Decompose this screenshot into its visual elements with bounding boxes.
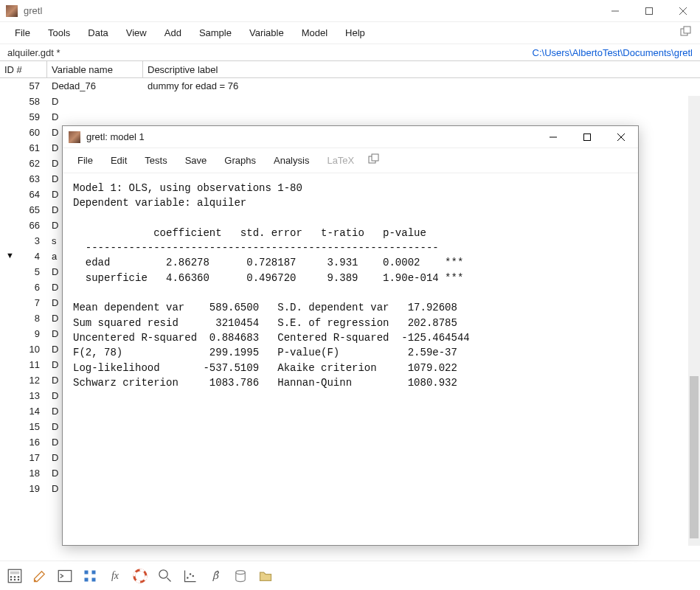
variable-row[interactable]: 57Dedad_76dummy for edad = 76	[0, 78, 693, 94]
maximize-icon	[583, 133, 591, 141]
model-minimize-button[interactable]	[536, 126, 570, 148]
edit-icon[interactable]	[32, 569, 47, 583]
row-id: 10	[0, 344, 47, 355]
svg-point-8	[10, 578, 13, 580]
svg-point-16	[134, 569, 146, 581]
header-lab[interactable]: Descriptive label	[143, 61, 700, 77]
scrollbar[interactable]	[688, 96, 700, 546]
row-id: 15	[0, 421, 47, 432]
close-icon	[617, 133, 625, 141]
maximize-button[interactable]	[632, 0, 666, 22]
row-variable-name: D	[47, 111, 143, 122]
app-title: gretl	[24, 5, 598, 16]
svg-point-9	[14, 578, 16, 580]
model-menu-graphs[interactable]: Graphs	[217, 152, 263, 169]
row-id: 57	[0, 80, 47, 91]
row-id: 59	[0, 111, 47, 122]
row-id: 13	[0, 390, 47, 401]
menu-model[interactable]: Model	[294, 24, 335, 41]
menu-sample[interactable]: Sample	[192, 24, 239, 41]
model-menu-edit[interactable]: Edit	[103, 152, 134, 169]
svg-point-5	[10, 576, 13, 578]
row-id: 65	[0, 204, 47, 215]
svg-point-21	[193, 575, 195, 577]
row-id: 17	[0, 452, 47, 463]
row-variable-name: D	[47, 96, 143, 107]
console-icon[interactable]	[58, 569, 72, 583]
row-id: 11	[0, 359, 47, 370]
row-id: 4	[0, 251, 47, 262]
row-label: dummy for edad = 76	[143, 80, 693, 91]
header-id[interactable]: ID #	[0, 61, 47, 77]
bottom-toolbar: fx β̂	[0, 560, 700, 590]
model-menu-file[interactable]: File	[70, 152, 100, 169]
menu-variable[interactable]: Variable	[242, 24, 291, 41]
svg-rect-4	[10, 571, 20, 574]
row-id: 5	[0, 266, 47, 277]
scrollbar-thumb[interactable]	[690, 376, 699, 538]
folder-icon[interactable]	[258, 569, 273, 583]
model-menu-analysis[interactable]: Analysis	[266, 152, 316, 169]
minimize-icon	[550, 133, 557, 141]
variable-row[interactable]: 58D	[0, 94, 693, 109]
calculator-icon[interactable]	[7, 569, 22, 583]
svg-rect-12	[85, 570, 89, 574]
menu-data[interactable]: Data	[80, 24, 115, 41]
row-id: 12	[0, 375, 47, 386]
row-id: 61	[0, 142, 47, 153]
fx-icon[interactable]: fx	[108, 569, 122, 583]
svg-point-6	[14, 576, 16, 578]
main-menubar: File Tools Data View Add Sample Variable…	[0, 22, 700, 44]
windows-icon[interactable]	[679, 25, 693, 41]
row-id: 16	[0, 437, 47, 448]
model-windows-icon[interactable]	[367, 153, 381, 168]
model-menu-tests[interactable]: Tests	[137, 152, 174, 169]
model-maximize-button[interactable]	[570, 126, 604, 148]
row-id: 19	[0, 483, 47, 494]
row-id: 6	[0, 282, 47, 293]
svg-rect-14	[85, 577, 89, 581]
row-id: 7	[0, 297, 47, 308]
plot-icon[interactable]	[183, 569, 198, 583]
model-window: gretl: model 1 File Edit Tests Save Grap…	[62, 125, 639, 546]
svg-rect-13	[92, 570, 96, 574]
model-menu-latex: LaTeX	[319, 152, 361, 169]
model-title: gretl: model 1	[86, 131, 536, 142]
row-id: 8	[0, 313, 47, 324]
model-output[interactable]: Model 1: OLS, using observations 1-80 De…	[63, 173, 638, 545]
main-titlebar: gretl	[0, 0, 700, 22]
menu-file[interactable]: File	[7, 24, 38, 41]
row-id: 3	[0, 235, 47, 246]
variable-row[interactable]: 59D	[0, 109, 693, 125]
row-id: 64	[0, 189, 47, 200]
row-id: 60	[0, 127, 47, 138]
model-titlebar: gretl: model 1	[63, 126, 638, 148]
svg-point-10	[18, 578, 20, 580]
menu-view[interactable]: View	[119, 24, 154, 41]
menu-add[interactable]: Add	[157, 24, 189, 41]
svg-rect-11	[58, 570, 72, 581]
lifering-icon[interactable]	[133, 569, 148, 583]
close-button[interactable]	[666, 0, 700, 22]
svg-rect-25	[372, 154, 378, 161]
beta-hat-icon[interactable]: β̂	[208, 569, 223, 583]
menu-tools[interactable]: Tools	[41, 24, 77, 41]
variable-list-header: ID # Variable name Descriptive label	[0, 60, 700, 78]
row-id: 62	[0, 158, 47, 169]
model-close-button[interactable]	[604, 126, 638, 148]
minimize-button[interactable]	[598, 0, 632, 22]
svg-point-22	[236, 570, 246, 574]
header-var[interactable]: Variable name	[47, 61, 143, 77]
minimize-icon	[611, 7, 619, 15]
model-menu-save[interactable]: Save	[178, 152, 215, 169]
row-id: 63	[0, 173, 47, 184]
model-menubar: File Edit Tests Save Graphs Analysis LaT…	[63, 148, 638, 173]
icon-grid-icon[interactable]	[83, 569, 97, 583]
svg-rect-2	[684, 27, 690, 33]
current-path[interactable]: C:\Users\AlbertoTest\Documents\gretl	[533, 47, 693, 58]
search-icon[interactable]	[158, 569, 173, 583]
database-icon[interactable]	[233, 569, 248, 583]
menu-help[interactable]: Help	[338, 24, 372, 41]
file-info-row: alquiler.gdt * C:\Users\AlbertoTest\Docu…	[0, 44, 700, 60]
row-id: 9	[0, 328, 47, 339]
